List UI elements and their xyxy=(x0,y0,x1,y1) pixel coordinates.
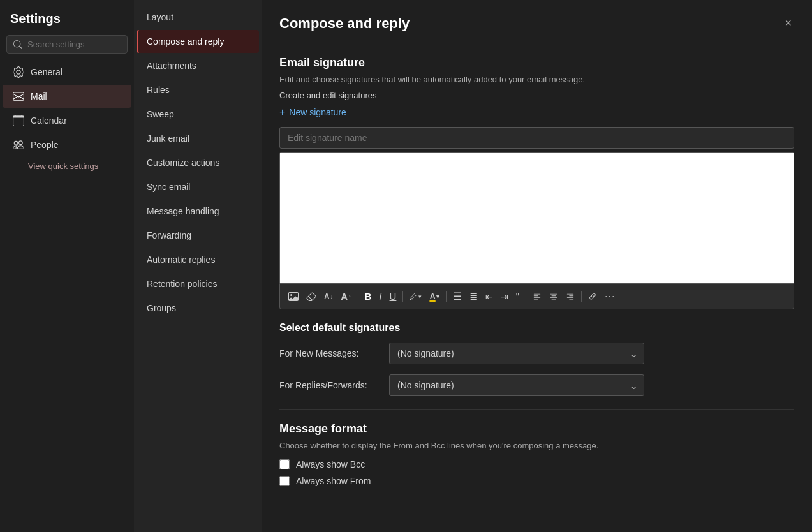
toolbar-increase-indent[interactable]: ⇥ xyxy=(498,289,512,304)
toolbar-italic[interactable]: I xyxy=(376,288,385,304)
toolbar-insert-image[interactable] xyxy=(285,289,302,304)
toolbar-align-center[interactable] xyxy=(546,290,561,304)
toolbar-divider-2 xyxy=(402,291,403,302)
sidebar-item-mail[interactable]: Mail xyxy=(3,85,131,108)
toolbar-clear-format[interactable] xyxy=(303,289,320,304)
toolbar-bullets[interactable]: ☰ xyxy=(450,288,465,305)
toolbar-numbering[interactable]: ≣ xyxy=(466,288,481,305)
nav-item-forwarding[interactable]: Forwarding xyxy=(137,224,259,247)
nav-item-sweep[interactable]: Sweep xyxy=(137,103,259,126)
nav-item-sync-email[interactable]: Sync email xyxy=(137,175,259,198)
for-new-messages-label: For New Messages: xyxy=(279,348,381,358)
default-sig-title: Select default signatures xyxy=(279,322,794,334)
new-signature-label: New signature xyxy=(289,107,346,117)
highlight-dropdown-icon: ▾ xyxy=(418,293,422,300)
nav-item-retention-policies[interactable]: Retention policies xyxy=(137,272,259,295)
always-show-from-checkbox[interactable] xyxy=(279,476,290,486)
view-quick-settings-link[interactable]: View quick settings xyxy=(0,157,134,175)
nav-item-automatic-replies[interactable]: Automatic replies xyxy=(137,248,259,271)
main-content: Compose and reply × Email signature Edit… xyxy=(262,0,812,532)
font-color-a-icon: A xyxy=(429,292,435,301)
signature-name-input[interactable] xyxy=(279,127,794,149)
always-show-bcc-checkbox[interactable] xyxy=(279,459,290,469)
content-body: Email signature Edit and choose signatur… xyxy=(262,43,812,505)
nav-item-junk-email[interactable]: Junk email xyxy=(137,127,259,150)
toolbar-insert-link[interactable] xyxy=(585,290,600,304)
always-show-from-label: Always show From xyxy=(296,476,371,486)
sidebar-item-people-label: People xyxy=(31,140,59,150)
sidebar-item-people[interactable]: People xyxy=(3,133,131,156)
calendar-icon xyxy=(13,115,24,126)
sidebar-item-calendar[interactable]: Calendar xyxy=(3,109,131,132)
nav-item-message-handling[interactable]: Message handling xyxy=(137,200,259,223)
toolbar-font-size-dec[interactable]: A↓ xyxy=(321,290,336,304)
close-button[interactable]: × xyxy=(782,14,794,33)
gear-icon xyxy=(13,66,24,78)
new-messages-row: For New Messages: (No signature) xyxy=(279,343,794,364)
sidebar-item-calendar-label: Calendar xyxy=(31,115,67,126)
toolbar-divider-5 xyxy=(581,291,582,302)
link-icon xyxy=(588,292,597,301)
nav-item-attachments[interactable]: Attachments xyxy=(137,54,259,77)
signature-editor[interactable] xyxy=(279,152,794,283)
nav-item-customize-actions[interactable]: Customize actions xyxy=(137,151,259,174)
toolbar-divider-1 xyxy=(358,291,358,302)
toolbar-highlight[interactable]: 🖊 ▾ xyxy=(406,289,425,304)
sidebar-item-general-label: General xyxy=(31,67,63,77)
email-signature-title: Email signature xyxy=(279,56,794,70)
search-box[interactable] xyxy=(6,35,128,54)
toolbar-bold[interactable]: B xyxy=(362,288,375,304)
toolbar-divider-3 xyxy=(446,291,447,302)
toolbar-more-options[interactable]: ··· xyxy=(602,288,618,305)
nav-item-layout[interactable]: Layout xyxy=(137,6,259,29)
default-signatures-section: Select default signatures For New Messag… xyxy=(279,322,794,396)
signature-editor-textarea[interactable] xyxy=(280,153,794,281)
section-divider xyxy=(279,409,794,410)
always-show-bcc-row: Always show Bcc xyxy=(279,459,794,469)
new-messages-select[interactable]: (No signature) xyxy=(389,343,644,364)
nav-item-rules[interactable]: Rules xyxy=(137,78,259,101)
font-color-dropdown-icon: ▾ xyxy=(436,293,439,300)
email-signature-section: Email signature Edit and choose signatur… xyxy=(279,56,794,309)
plus-icon: + xyxy=(279,107,285,118)
image-icon xyxy=(288,292,299,302)
main-header: Compose and reply × xyxy=(262,0,812,43)
new-signature-button[interactable]: + New signature xyxy=(279,107,346,118)
app-title: Settings xyxy=(0,0,134,35)
toolbar-font-size-inc[interactable]: A↑ xyxy=(337,288,354,304)
always-show-from-row: Always show From xyxy=(279,476,794,486)
align-left-icon xyxy=(533,292,542,301)
toolbar-decrease-indent[interactable]: ⇤ xyxy=(482,289,496,304)
search-input[interactable] xyxy=(27,40,121,49)
toolbar-align-right[interactable] xyxy=(563,290,578,304)
highlight-icon: 🖊 xyxy=(410,292,418,301)
sidebar-item-general[interactable]: General xyxy=(3,61,131,84)
toolbar-quote[interactable]: " xyxy=(513,288,522,304)
nav-item-groups[interactable]: Groups xyxy=(137,297,259,320)
align-right-icon xyxy=(566,292,575,301)
replies-row: For Replies/Forwards: (No signature) xyxy=(279,374,794,396)
for-replies-label: For Replies/Forwards: xyxy=(279,380,381,390)
eraser-icon xyxy=(306,292,316,302)
msg-format-title: Message format xyxy=(279,422,794,436)
msg-format-desc: Choose whether to display the From and B… xyxy=(279,441,794,450)
editor-toolbar: A↓ A↑ B I U 🖊 ▾ A ▾ ☰ ≣ ⇤ ⇥ xyxy=(279,283,794,309)
sidebar: Settings General Mail Calendar People Vi… xyxy=(0,0,134,532)
search-icon xyxy=(13,40,22,49)
page-title: Compose and reply xyxy=(279,15,410,32)
toolbar-font-color[interactable]: A ▾ xyxy=(426,289,442,304)
replies-select[interactable]: (No signature) xyxy=(389,374,644,396)
sidebar-item-mail-label: Mail xyxy=(31,91,47,101)
people-icon xyxy=(13,139,24,151)
align-center-icon xyxy=(549,292,558,301)
toolbar-divider-4 xyxy=(526,291,526,302)
middle-nav: Layout Compose and reply Attachments Rul… xyxy=(134,0,262,532)
mail-icon xyxy=(13,91,24,102)
new-messages-select-wrapper[interactable]: (No signature) xyxy=(389,343,644,364)
replies-select-wrapper[interactable]: (No signature) xyxy=(389,374,644,396)
nav-item-compose-reply[interactable]: Compose and reply xyxy=(137,30,259,53)
toolbar-underline[interactable]: U xyxy=(387,288,400,304)
toolbar-align-left[interactable] xyxy=(529,290,545,304)
message-format-section: Message format Choose whether to display… xyxy=(279,422,794,486)
always-show-bcc-label: Always show Bcc xyxy=(296,459,365,469)
